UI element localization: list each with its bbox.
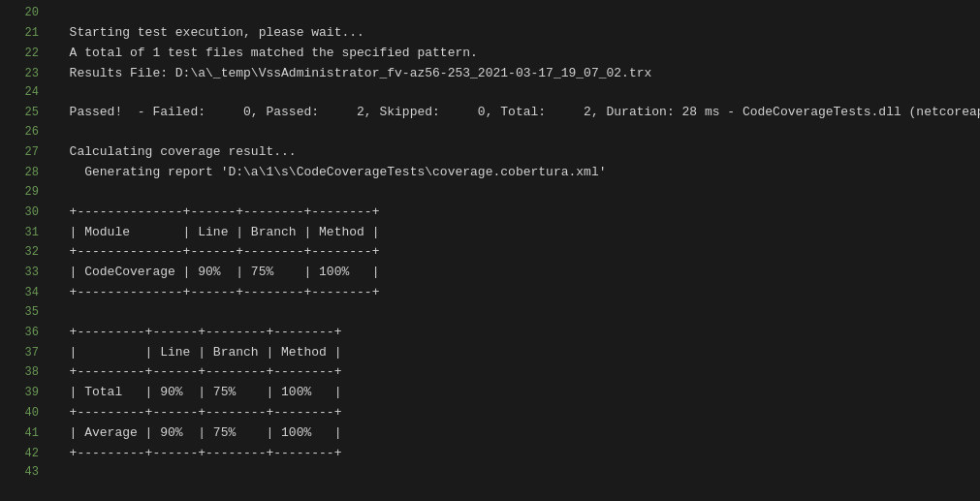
line-41: 41 | Average | 90% | 75% | 100% | [0, 423, 980, 444]
line-text: | Module | Line | Branch | Method | [54, 223, 379, 243]
line-number: 39 [8, 384, 39, 402]
line-29: 29 [0, 183, 980, 203]
line-number: 33 [8, 264, 39, 282]
line-number: 37 [8, 344, 39, 362]
line-21: 21 Starting test execution, please wait.… [0, 23, 980, 44]
terminal-window: 20 21 Starting test execution, please wa… [0, 0, 980, 501]
line-text: +---------+------+--------+--------+ [54, 362, 341, 383]
line-35: 35 [0, 303, 980, 323]
line-30: 30 +--------------+------+--------+-----… [0, 203, 980, 223]
line-text: +---------+------+--------+--------+ [54, 403, 341, 423]
line-text: Passed! - Failed: 0, Passed: 2, Skipped:… [54, 103, 980, 123]
line-27: 27 Calculating coverage result... [0, 142, 980, 163]
line-text: +---------+------+--------+--------+ [54, 444, 341, 464]
line-31: 31 | Module | Line | Branch | Method | [0, 223, 980, 243]
line-text: A total of 1 test files matched the spec… [54, 44, 478, 64]
line-28: 28 Generating report 'D:\a\1\s\CodeCover… [0, 163, 980, 183]
line-number: 21 [8, 24, 39, 43]
line-number: 40 [8, 404, 39, 423]
line-text: | Total | 90% | 75% | 100% | [54, 383, 341, 403]
line-37: 37 | | Line | Branch | Method | [0, 343, 980, 363]
line-33: 33 | CodeCoverage | 90% | 75% | 100% | [0, 263, 980, 283]
line-number: 27 [8, 143, 39, 162]
line-number: 31 [8, 224, 39, 242]
line-text: +---------+------+--------+--------+ [54, 323, 341, 343]
line-text: Calculating coverage result... [54, 142, 297, 163]
line-text: Results File: D:\a\_temp\VssAdministrato… [54, 64, 651, 84]
line-number: 29 [8, 183, 39, 202]
line-number: 22 [8, 45, 39, 63]
line-36: 36 +---------+------+--------+--------+ [0, 323, 980, 343]
line-38: 38 +---------+------+--------+--------+ [0, 362, 980, 383]
line-number: 25 [8, 104, 39, 122]
line-number: 24 [8, 83, 39, 102]
line-42: 42 +---------+------+--------+--------+ [0, 444, 980, 464]
line-26: 26 [0, 123, 980, 142]
line-32: 32 +--------------+------+--------+-----… [0, 242, 980, 263]
line-number: 20 [8, 4, 39, 22]
line-number: 30 [8, 204, 39, 222]
line-text: +--------------+------+--------+--------… [54, 283, 379, 303]
line-text: | Average | 90% | 75% | 100% | [54, 423, 341, 444]
line-22: 22 A total of 1 test files matched the s… [0, 44, 980, 64]
line-text: +--------------+------+--------+--------… [54, 242, 379, 263]
line-34: 34 +--------------+------+--------+-----… [0, 283, 980, 303]
line-25: 25 Passed! - Failed: 0, Passed: 2, Skipp… [0, 103, 980, 123]
line-text: | CodeCoverage | 90% | 75% | 100% | [54, 263, 379, 283]
line-number: 43 [8, 463, 39, 482]
line-20: 20 [0, 4, 980, 23]
line-number: 32 [8, 243, 39, 262]
line-number: 26 [8, 123, 39, 141]
line-40: 40 +---------+------+--------+--------+ [0, 403, 980, 423]
line-24: 24 [0, 83, 980, 103]
line-number: 41 [8, 424, 39, 443]
line-23: 23 Results File: D:\a\_temp\VssAdministr… [0, 64, 980, 84]
line-number: 28 [8, 164, 39, 182]
line-number: 38 [8, 363, 39, 382]
line-text: Generating report 'D:\a\1\s\CodeCoverage… [54, 163, 607, 183]
line-number: 34 [8, 284, 39, 302]
line-text: | | Line | Branch | Method | [54, 343, 341, 363]
line-39: 39 | Total | 90% | 75% | 100% | [0, 383, 980, 403]
line-text: Starting test execution, please wait... [54, 23, 364, 44]
line-number: 35 [8, 303, 39, 322]
line-number: 36 [8, 324, 39, 342]
line-number: 23 [8, 65, 39, 83]
line-43: 43 [0, 463, 980, 483]
line-number: 42 [8, 445, 39, 463]
line-text: +--------------+------+--------+--------… [54, 203, 379, 223]
